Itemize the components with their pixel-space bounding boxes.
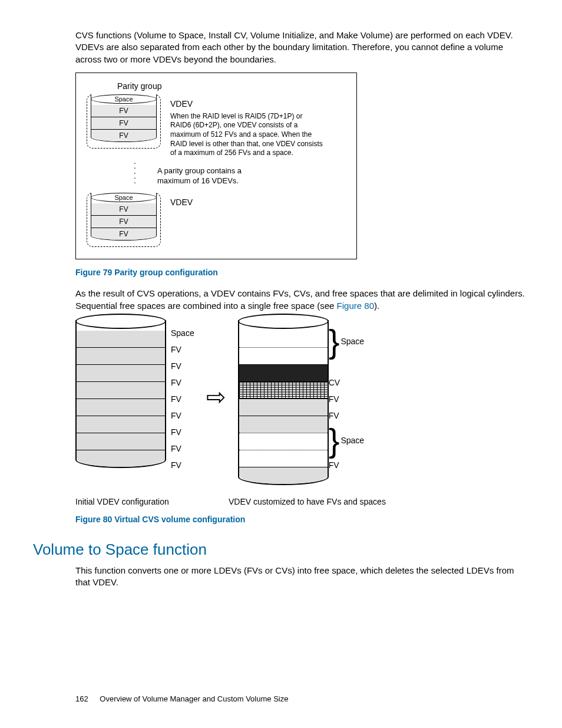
cylinder-row-fv: FV — [91, 215, 156, 228]
right-cylinder-labels: }Space CV FV FV }Space FV — [329, 320, 364, 473]
footer-chapter-title: Overview of Volume Manager and Custom Vo… — [100, 694, 288, 703]
vdev-label-top: VDEV — [170, 99, 323, 108]
vdev-dashed-container-bottom: Space FV FV FV — [87, 193, 161, 247]
cylinder-top: Space FV FV FV — [91, 94, 157, 142]
figure-80-diagram: Space FV FV FV FV FV FV FV FV ⇨ — [75, 320, 500, 506]
cylinder-row-fv: FV — [91, 129, 156, 141]
arrow-right-icon: ⇨ — [206, 385, 226, 409]
vdev-dashed-container-top: Space FV FV FV — [87, 94, 161, 149]
figure-80-caption: Figure 80 Virtual CVS volume configurati… — [75, 515, 529, 524]
fig80-left-caption: Initial VDEV configuration — [75, 497, 229, 506]
left-cylinder-labels: Space FV FV FV FV FV FV FV FV — [171, 320, 194, 473]
cylinder-top-space-label: Space — [91, 94, 157, 104]
figure-80-xref-link[interactable]: Figure 80 — [337, 301, 374, 311]
paragraph-volume-to-space: This function converts one or more LDEVs… — [75, 565, 529, 589]
left-cylinder — [75, 320, 166, 468]
cylinder-bottom-space-label: Space — [91, 193, 157, 202]
vdev-description: When the RAID level is RAID5 (7D+1P) or … — [170, 112, 323, 158]
cylinder-row-fv: FV — [91, 203, 156, 215]
figure-79-caption: Figure 79 Parity group configuration — [75, 268, 529, 277]
parity-group-label: Parity group — [117, 81, 346, 91]
vdev-label-bottom: VDEV — [170, 197, 193, 207]
cylinder-row-fv: FV — [91, 117, 156, 129]
cylinder-row-fv: FV — [91, 228, 156, 240]
parity-group-note: A parity group contains a maximum of 16 … — [157, 166, 346, 186]
figure-79-diagram: Parity group Space FV FV FV VDEV When th… — [75, 73, 357, 260]
paragraph-intro: CVS functions (Volume to Space, Install … — [75, 29, 529, 65]
fig80-right-caption: VDEV customized to have FVs and spaces — [229, 497, 386, 506]
cylinder-row-fv: FV — [91, 105, 156, 117]
paragraph-after-fig79: As the result of CVS operations, a VDEV … — [75, 288, 529, 312]
page-footer: 162 Overview of Volume Manager and Custo… — [75, 694, 288, 703]
cylinder-bottom: Space FV FV FV — [91, 193, 157, 241]
right-cylinder — [238, 320, 329, 485]
section-heading-volume-to-space: Volume to Space function — [33, 541, 529, 559]
page-number: 162 — [75, 694, 88, 703]
